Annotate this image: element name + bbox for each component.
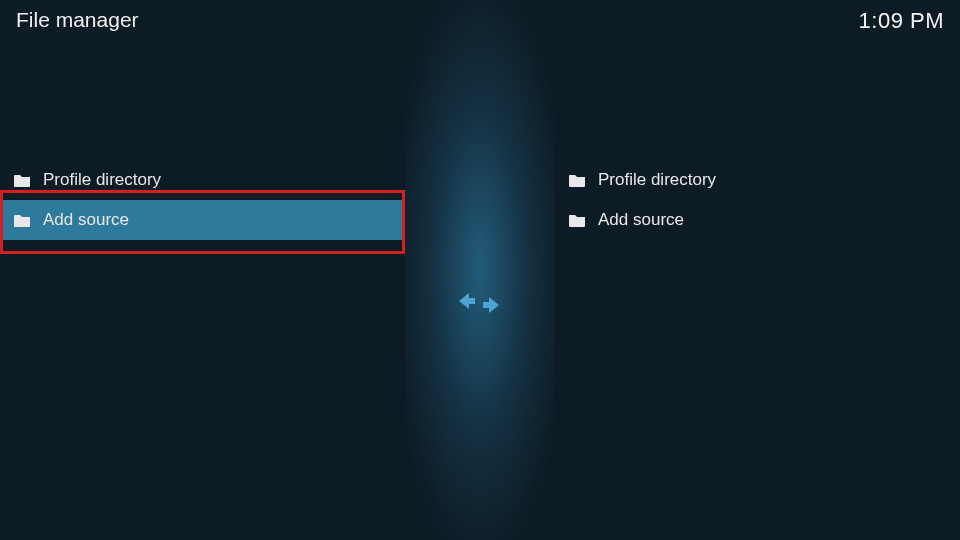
folder-icon (569, 213, 586, 227)
header: File manager 1:09 PM (0, 0, 960, 50)
list-item-add-source[interactable]: Add source (555, 200, 960, 240)
page-title: File manager (16, 8, 139, 32)
list-item-label: Profile directory (43, 170, 161, 190)
list-item-add-source[interactable]: Add source (0, 200, 405, 240)
list-item-label: Add source (598, 210, 684, 230)
list-item-profile-directory[interactable]: Profile directory (0, 160, 405, 200)
folder-icon (569, 173, 586, 187)
left-file-pane: Profile directory Add source (0, 160, 405, 240)
transfer-arrows-icon (455, 288, 503, 322)
gradient-background (405, 0, 555, 540)
folder-icon (14, 213, 31, 227)
list-item-label: Profile directory (598, 170, 716, 190)
clock: 1:09 PM (859, 8, 944, 34)
list-item-profile-directory[interactable]: Profile directory (555, 160, 960, 200)
list-item-label: Add source (43, 210, 129, 230)
folder-icon (14, 173, 31, 187)
right-file-pane: Profile directory Add source (555, 160, 960, 240)
